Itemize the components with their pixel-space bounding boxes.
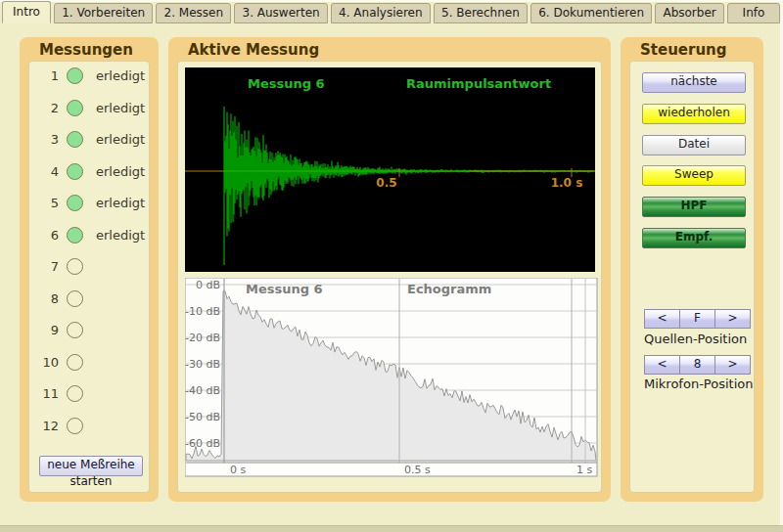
- impulse-xtick-05: 0.5: [376, 176, 396, 190]
- panel-steuerung-title: Steuerung: [640, 41, 727, 59]
- measurement-row: 12: [29, 416, 149, 437]
- echogram-chart-title: Messung 6: [246, 282, 323, 296]
- sweep-button[interactable]: Sweep: [642, 165, 746, 186]
- echo-xlabel-0: 0 s: [230, 464, 246, 476]
- measurement-number: 2: [33, 101, 59, 115]
- echogram-chart-label: Echogramm: [407, 282, 491, 296]
- measurement-status: erledigt: [96, 228, 145, 243]
- hpf-button[interactable]: HPF: [642, 197, 746, 217]
- status-dot-open-icon: [67, 418, 83, 434]
- echo-ylabel-10: -10 dB: [185, 305, 220, 318]
- status-dot-open-icon: [67, 354, 83, 371]
- status-dot-open-icon: [67, 385, 83, 402]
- measurement-row: 5erledigt: [29, 193, 149, 214]
- measurement-row: 11: [29, 383, 149, 405]
- panel-aktive-messung-title: Aktive Messung: [188, 41, 319, 59]
- repeat-button[interactable]: wiederholen: [642, 104, 746, 124]
- measurement-number: 11: [33, 386, 59, 401]
- status-dot-done-icon: [67, 163, 83, 180]
- measurement-row: 1erledigt: [29, 66, 149, 87]
- impulse-chart-label: Raumimpulsantwort: [406, 76, 551, 91]
- panel-messungen-body: 1erledigt 2erledigt 3erledigt 4erledigt …: [28, 61, 150, 493]
- impulse-response-chart: Messung 6 Raumimpulsantwort 0.5 1.0 s: [185, 67, 595, 272]
- file-button[interactable]: Datei: [642, 135, 746, 155]
- echo-ylabel-50: -50 dB: [185, 411, 220, 423]
- app-window: Intro 1. Vorbereiten 2. Messen 3. Auswer…: [0, 0, 783, 532]
- status-dot-open-icon: [67, 290, 83, 307]
- measurement-number: 6: [33, 228, 59, 243]
- tab-1-vorbereiten[interactable]: 1. Vorbereiten: [54, 3, 153, 23]
- mic-value[interactable]: 8: [679, 355, 715, 375]
- echo-ylabel-20: -20 dB: [185, 332, 220, 344]
- tab-6-dokumentieren[interactable]: 6. Dokumentieren: [530, 3, 652, 23]
- measurement-row: 4erledigt: [29, 161, 149, 183]
- mic-position-stepper: < 8 >: [644, 355, 750, 375]
- measurement-number: 9: [33, 323, 59, 337]
- panel-aktive-messung-body: Messung 6 Raumimpulsantwort 0.5 1.0 s: [177, 61, 602, 493]
- status-dot-done-icon: [67, 227, 83, 244]
- tab-4-analysieren[interactable]: 4. Analysieren: [331, 3, 431, 23]
- measurement-number: 5: [33, 196, 59, 210]
- tab-info[interactable]: Info: [727, 3, 780, 23]
- impulse-chart-title: Messung 6: [248, 76, 325, 91]
- panel-steuerung-body: nächste wiederholen Datei Sweep HPF Empf…: [629, 61, 755, 493]
- mic-next-button[interactable]: >: [714, 355, 751, 375]
- panel-steuerung: Steuerung nächste wiederholen Datei Swee…: [621, 37, 763, 502]
- status-dot-open-icon: [67, 258, 83, 275]
- receiver-button[interactable]: Empf.: [642, 228, 746, 248]
- echo-ylabel-30: -30 dB: [185, 358, 220, 371]
- status-dot-done-icon: [67, 100, 83, 116]
- measurement-status: erledigt: [96, 132, 145, 147]
- source-prev-button[interactable]: <: [644, 309, 680, 329]
- tab-5-berechnen[interactable]: 5. Berechnen: [434, 3, 528, 23]
- measurement-number: 3: [33, 132, 59, 147]
- tab-3-auswerten[interactable]: 3. Auswerten: [234, 3, 328, 23]
- measurement-row: 8: [29, 288, 149, 310]
- source-position-label: Quellen-Position: [644, 332, 747, 346]
- tab-2-messen[interactable]: 2. Messen: [156, 3, 231, 23]
- measurement-status: erledigt: [96, 164, 145, 179]
- measurement-row: 10: [29, 352, 149, 374]
- mic-position-label: Mikrofon-Position: [644, 377, 753, 391]
- measurement-number: 12: [33, 419, 59, 433]
- tab-intro[interactable]: Intro: [2, 1, 51, 23]
- echo-xlabel-1: 1 s: [576, 464, 592, 476]
- next-button[interactable]: nächste: [642, 72, 746, 93]
- measurement-status: erledigt: [96, 68, 145, 83]
- measurement-row: 2erledigt: [29, 98, 149, 119]
- source-next-button[interactable]: >: [714, 309, 751, 329]
- start-new-series-button[interactable]: neue Meßreihe starten: [39, 456, 143, 476]
- window-bottom-edge: [0, 525, 783, 532]
- impulse-xtick-10: 1.0 s: [551, 176, 583, 190]
- measurement-row: 3erledigt: [29, 129, 149, 151]
- status-dot-done-icon: [67, 67, 83, 84]
- echo-xlabel-05: 0.5 s: [404, 464, 431, 476]
- status-dot-open-icon: [67, 322, 83, 338]
- echo-ylabel-40: -40 dB: [185, 384, 220, 397]
- measurement-status: erledigt: [96, 196, 145, 210]
- panel-messungen-title: Messungen: [39, 41, 133, 59]
- measurement-row: 9: [29, 320, 149, 341]
- measurement-number: 8: [33, 291, 59, 306]
- echogram-chart: 0 dB -10 dB -20 dB -30 dB -40 dB -50 dB …: [185, 278, 598, 477]
- measurement-row: 6erledigt: [29, 225, 149, 246]
- measurement-number: 7: [33, 259, 59, 274]
- panel-messungen: Messungen 1erledigt 2erledigt 3erledigt …: [20, 37, 159, 502]
- measurement-row: 7: [29, 256, 149, 278]
- tab-bar: Intro 1. Vorbereiten 2. Messen 3. Auswer…: [2, 2, 780, 23]
- panel-aktive-messung: Aktive Messung Messung 6 Raumimpulsantwo…: [168, 37, 611, 502]
- mic-prev-button[interactable]: <: [644, 355, 680, 375]
- measurement-number: 1: [33, 68, 59, 83]
- measurement-number: 10: [33, 355, 59, 370]
- measurement-number: 4: [33, 164, 59, 179]
- tab-absorber[interactable]: Absorber: [655, 3, 724, 23]
- source-position-stepper: < F >: [644, 309, 750, 329]
- status-dot-done-icon: [67, 131, 83, 148]
- echo-ylabel-0: 0 dB: [196, 279, 220, 291]
- measurement-status: erledigt: [96, 101, 145, 115]
- source-value[interactable]: F: [679, 309, 715, 329]
- status-dot-done-icon: [67, 195, 83, 211]
- echo-ylabel-60: -60 dB: [185, 437, 220, 450]
